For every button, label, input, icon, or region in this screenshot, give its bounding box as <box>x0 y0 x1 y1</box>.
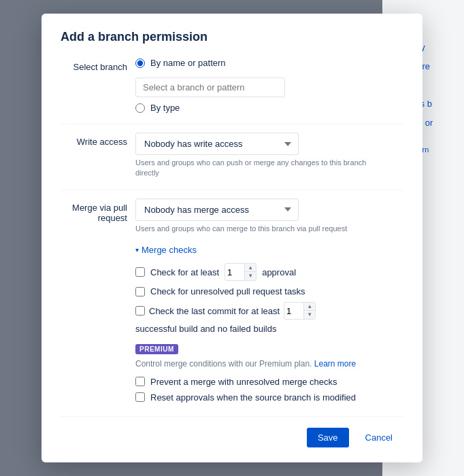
premium-text: Control merge conditions with our Premiu… <box>135 358 403 370</box>
merge-checks-toggle[interactable]: ▾ Merge checks <box>135 245 403 255</box>
cancel-button[interactable]: Cancel <box>354 428 403 447</box>
check-approval-prefix: Check for at least <box>150 267 219 277</box>
build-spinner-buttons: ▲ ▼ <box>303 303 315 319</box>
check-approval-checkbox[interactable] <box>135 267 145 277</box>
learn-more-link[interactable]: Learn more <box>314 359 356 369</box>
select-branch-label: Select branch <box>61 58 135 72</box>
save-button[interactable]: Save <box>307 428 349 447</box>
modal-footer: Save Cancel <box>61 416 403 447</box>
approval-decrement-btn[interactable]: ▼ <box>245 272 256 280</box>
approval-spinner-buttons: ▲ ▼ <box>244 264 256 280</box>
modal-title: Add a branch permission <box>61 30 403 44</box>
radio-by-type-label: By type <box>150 103 180 113</box>
merge-access-label: Merge via pull request <box>61 199 135 223</box>
write-access-dropdown[interactable]: Nobody has write access <box>135 133 299 155</box>
check-build-prefix: Check the last commit for at least <box>149 306 280 316</box>
check-build-suffix: successful build and no failed builds <box>135 324 276 334</box>
check-approval-item: Check for at least ▲ ▼ approval <box>135 263 403 281</box>
radio-by-name-input[interactable] <box>135 58 145 68</box>
check-unresolved-label: Check for unresolved pull request tasks <box>150 286 305 296</box>
merge-access-row: Merge via pull request Nobody has merge … <box>61 199 403 234</box>
build-decrement-btn[interactable]: ▼ <box>304 311 315 319</box>
prevent-merge-checkbox[interactable] <box>135 377 145 386</box>
prevent-merge-label: Prevent a merge with unresolved merge ch… <box>150 377 337 387</box>
merge-access-hint: Users and groups who can merge to this b… <box>135 224 380 234</box>
modal-container: Add a branch permission Select branch By… <box>42 14 422 462</box>
write-access-label: Write access <box>61 133 135 147</box>
merge-access-control: Nobody has merge access Users and groups… <box>135 199 403 234</box>
branch-pattern-input[interactable] <box>135 78 285 97</box>
write-access-control: Nobody has write access Users and groups… <box>135 133 403 179</box>
select-branch-row: Select branch By name or pattern By type <box>61 58 403 113</box>
check-approval-suffix: approval <box>262 267 296 277</box>
approval-count-spinner[interactable]: ▲ ▼ <box>225 263 256 281</box>
build-count-spinner[interactable]: ▲ ▼ <box>284 302 316 320</box>
chevron-down-icon: ▾ <box>135 246 139 254</box>
radio-by-name-label: By name or pattern <box>150 58 226 68</box>
merge-access-dropdown[interactable]: Nobody has merge access <box>135 199 299 221</box>
merge-checks-section: ▾ Merge checks Check for at least ▲ ▼ ap… <box>135 245 403 403</box>
build-count-input[interactable] <box>284 305 303 318</box>
premium-description: Control merge conditions with our Premiu… <box>135 359 312 369</box>
merge-checks-label: Merge checks <box>142 245 197 255</box>
radio-by-type-input[interactable] <box>135 103 145 113</box>
write-access-row: Write access Nobody has write access Use… <box>61 133 403 179</box>
write-access-hint: Users and groups who can push or merge a… <box>135 158 380 179</box>
reset-approvals-label: Reset approvals when the source branch i… <box>150 392 356 403</box>
check-unresolved-item: Check for unresolved pull request tasks <box>135 286 403 296</box>
prevent-merge-item: Prevent a merge with unresolved merge ch… <box>135 377 403 387</box>
approval-count-input[interactable] <box>225 266 244 279</box>
approval-increment-btn[interactable]: ▲ <box>245 264 256 272</box>
check-unresolved-checkbox[interactable] <box>135 287 145 296</box>
check-build-item: Check the last commit for at least ▲ ▼ s… <box>135 302 403 334</box>
premium-badge: PREMIUM <box>135 344 178 354</box>
radio-by-type-option[interactable]: By type <box>135 103 403 113</box>
reset-approvals-checkbox[interactable] <box>135 392 145 402</box>
build-increment-btn[interactable]: ▲ <box>304 303 315 311</box>
reset-approvals-item: Reset approvals when the source branch i… <box>135 392 403 403</box>
branch-select-control: By name or pattern By type <box>135 58 403 113</box>
radio-by-name-option[interactable]: By name or pattern <box>135 58 403 68</box>
check-build-checkbox[interactable] <box>135 306 145 316</box>
